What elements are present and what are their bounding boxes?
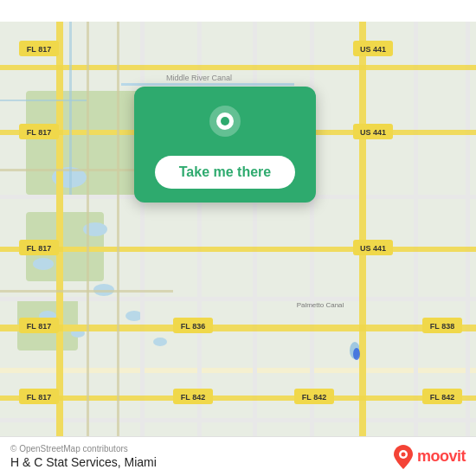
location-text: H & C Stat Services, Miami — [10, 455, 157, 469]
svg-rect-32 — [121, 83, 294, 86]
svg-rect-68 — [87, 22, 89, 454]
svg-text:US 441: US 441 — [360, 244, 386, 253]
svg-text:Palmetto Canal: Palmetto Canal — [297, 301, 344, 309]
location-pin-icon — [204, 104, 246, 145]
bottom-left: © OpenStreetMap contributors H & C Stat … — [10, 444, 157, 469]
svg-rect-66 — [0, 169, 147, 171]
map-container: Middle River Canal FL 817 FL 817 FL 817 … — [0, 0, 476, 476]
svg-text:FL 842: FL 842 — [430, 393, 454, 402]
svg-rect-22 — [0, 418, 476, 422]
bottom-bar: © OpenStreetMap contributors H & C Stat … — [0, 436, 476, 476]
svg-text:FL 817: FL 817 — [27, 393, 51, 402]
svg-rect-18 — [0, 297, 476, 301]
take-me-there-button[interactable]: Take me there — [155, 156, 295, 189]
svg-rect-29 — [414, 22, 418, 454]
svg-point-7 — [33, 258, 54, 270]
svg-text:FL 838: FL 838 — [430, 322, 454, 331]
svg-rect-69 — [117, 22, 119, 454]
svg-text:FL 817: FL 817 — [27, 45, 51, 54]
svg-text:Middle   River Canal: Middle River Canal — [166, 74, 232, 82]
svg-text:FL 817: FL 817 — [27, 322, 51, 331]
svg-point-76 — [221, 117, 229, 125]
popup-card: Take me there — [134, 87, 316, 203]
svg-text:US 441: US 441 — [360, 128, 386, 137]
svg-rect-35 — [0, 247, 476, 252]
svg-text:FL 842: FL 842 — [181, 393, 205, 402]
svg-rect-20 — [0, 368, 476, 373]
moovit-pin-icon — [393, 445, 414, 469]
svg-text:FL 817: FL 817 — [27, 244, 51, 253]
svg-point-78 — [401, 452, 405, 456]
moovit-brand-text: moovit — [417, 447, 466, 466]
svg-text:US 441: US 441 — [360, 45, 386, 54]
svg-rect-30 — [466, 22, 470, 454]
svg-rect-37 — [0, 396, 476, 401]
moovit-logo: moovit — [393, 445, 466, 469]
svg-text:FL 842: FL 842 — [302, 393, 326, 402]
attribution-text: © OpenStreetMap contributors — [10, 444, 157, 453]
svg-point-73 — [353, 348, 360, 360]
svg-rect-39 — [359, 22, 366, 454]
svg-rect-36 — [0, 325, 476, 331]
svg-text:FL 817: FL 817 — [27, 128, 51, 137]
map-svg: Middle River Canal FL 817 FL 817 FL 817 … — [0, 0, 476, 476]
svg-rect-71 — [0, 100, 87, 101]
svg-rect-70 — [69, 22, 72, 195]
svg-point-12 — [153, 338, 167, 346]
svg-text:FL 836: FL 836 — [181, 322, 205, 331]
